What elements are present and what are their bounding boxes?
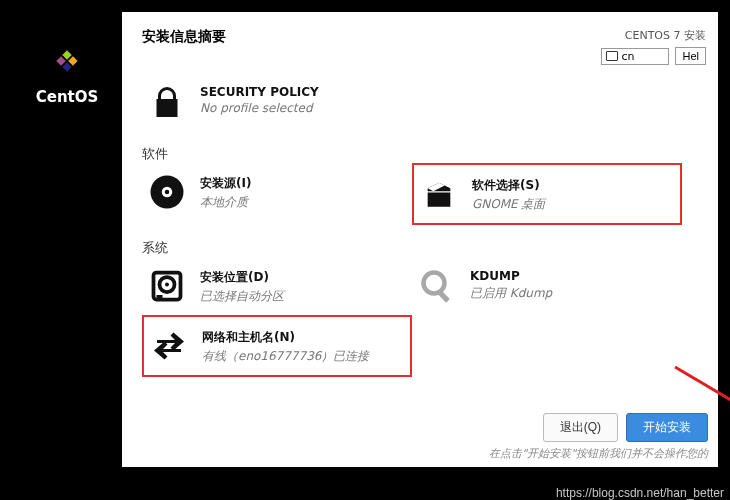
spoke-title: 网络和主机名(N)	[202, 329, 369, 346]
keyboard-layout-selector[interactable]: cn	[601, 48, 669, 65]
network-arrows-icon	[150, 327, 188, 365]
spoke-software-selection[interactable]: 软件选择(S) GNOME 桌面	[412, 163, 682, 225]
package-icon	[420, 175, 458, 213]
svg-point-9	[165, 283, 169, 287]
quit-button[interactable]: 退出(Q)	[543, 413, 618, 442]
spoke-security-policy[interactable]: SECURITY POLICY No profile selected	[142, 73, 412, 131]
magnifier-icon	[418, 267, 456, 305]
watermark: https://blog.csdn.net/han_better	[556, 486, 724, 500]
lock-icon	[148, 83, 186, 121]
spoke-subtitle: GNOME 桌面	[472, 196, 545, 213]
header: 安装信息摘要 CENTOS 7 安装 cn Hel	[122, 28, 718, 65]
spoke-subtitle: 本地介质	[200, 194, 251, 211]
svg-rect-0	[62, 50, 72, 60]
hard-drive-icon	[148, 267, 186, 305]
begin-install-button[interactable]: 开始安装	[626, 413, 708, 442]
language-code: cn	[621, 50, 634, 63]
spoke-title: 安装位置(D)	[200, 269, 284, 286]
spoke-subtitle: 已启用 Kdump	[470, 285, 552, 302]
header-right: CENTOS 7 安装 cn Hel	[601, 28, 706, 65]
svg-point-11	[424, 273, 445, 294]
spoke-subtitle: 已选择自动分区	[200, 288, 284, 305]
spoke-kdump[interactable]: KDUMP 已启用 Kdump	[412, 257, 682, 315]
spoke-subtitle: 有线（eno16777736）已连接	[202, 348, 369, 365]
svg-point-6	[165, 190, 170, 195]
sidebar-product-name: CentOS	[36, 88, 99, 106]
content: SECURITY POLICY No profile selected 软件 安…	[122, 73, 718, 377]
svg-rect-10	[157, 295, 163, 298]
page-title: 安装信息摘要	[142, 28, 226, 46]
installer-name: CENTOS 7 安装	[625, 28, 706, 43]
svg-rect-1	[68, 56, 78, 66]
main-panel: 安装信息摘要 CENTOS 7 安装 cn Hel SECURITY P	[122, 12, 718, 467]
help-button[interactable]: Hel	[675, 47, 706, 65]
footer-hint: 在点击"开始安装"按钮前我们并不会操作您的	[489, 446, 708, 461]
spoke-title: 软件选择(S)	[472, 177, 545, 194]
spoke-subtitle: No profile selected	[200, 101, 319, 115]
spoke-installation-destination[interactable]: 安装位置(D) 已选择自动分区	[142, 257, 412, 315]
spoke-title: 安装源(I)	[200, 175, 251, 192]
centos-logo-icon	[46, 40, 88, 82]
section-system-label: 系统	[142, 239, 698, 257]
svg-rect-3	[62, 62, 72, 72]
disc-icon	[148, 173, 186, 211]
svg-rect-2	[56, 56, 66, 66]
spoke-network[interactable]: 网络和主机名(N) 有线（eno16777736）已连接	[142, 315, 412, 377]
footer: 退出(Q) 开始安装 在点击"开始安装"按钮前我们并不会操作您的	[489, 413, 708, 461]
spoke-title: KDUMP	[470, 269, 552, 283]
sidebar: CentOS	[12, 12, 122, 467]
keyboard-icon	[606, 51, 618, 61]
spoke-title: SECURITY POLICY	[200, 85, 319, 99]
spoke-installation-source[interactable]: 安装源(I) 本地介质	[142, 163, 412, 225]
section-software-label: 软件	[142, 145, 698, 163]
installer-window: CentOS 安装信息摘要 CENTOS 7 安装 cn Hel	[12, 12, 718, 467]
